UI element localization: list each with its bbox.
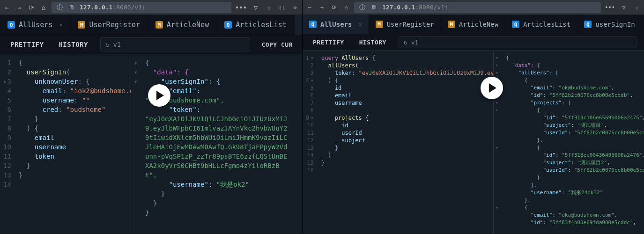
more-icon[interactable]: ••• (235, 4, 247, 11)
more-icon[interactable]: ••• (605, 4, 615, 11)
close-icon[interactable]: ✕ (59, 22, 62, 28)
endpoint-input[interactable]: ↻v1 (399, 36, 637, 48)
tab-articlenew[interactable]: MArticleNew (441, 15, 505, 34)
url-bar[interactable]: ⓘ 🗎 127.0.0.1:8080/v1i (354, 2, 601, 13)
pocket-icon[interactable]: ▽ (620, 3, 628, 12)
page-icon: 🗎 (67, 3, 76, 12)
graphql-toolbar: PRETTIFY HISTORY ↻v1 COPY CUR (0, 35, 302, 54)
bookmark-icon[interactable]: ☆ (633, 3, 641, 12)
tab-articleslist[interactable]: QArticlesList (217, 15, 294, 35)
line-gutter: 1▾234▾56789▾10111213141516 (303, 51, 317, 234)
graphql-tabs: QAllUsers✕ MUserRegister MArticleNew QAr… (303, 15, 644, 34)
reload-icon: ↻ (404, 39, 407, 46)
url-host: 127.0.0.1 (382, 4, 415, 11)
query-code[interactable]: { userSignIn( unknownUser: { email: "iok… (14, 54, 131, 234)
tab-userchangepassword[interactable]: MuserChangePassword (642, 15, 644, 34)
endpoint-input[interactable]: ↻v1 (100, 37, 250, 51)
execute-button[interactable] (148, 84, 170, 107)
forward-icon[interactable]: → (15, 3, 23, 12)
result-panel: ▾▾▾▾ ▾▾ ▾ ▾ { "data": { "allUsers": [ { … (494, 51, 644, 234)
tab-usersignin[interactable]: QuserSignIn (577, 15, 642, 34)
url-path: :8080/v1i (415, 4, 448, 11)
query-code[interactable]: query AllUsers { allUsers( token: "eyJ0e… (317, 51, 493, 234)
info-icon[interactable]: ⓘ (55, 3, 64, 12)
library-icon[interactable]: ⫿⫿ (278, 3, 286, 12)
url-path: :8080/v1i (112, 4, 145, 11)
tab-allusers[interactable]: QAllUsers✕ (0, 15, 70, 35)
tab-articlenew[interactable]: MArticleNew (148, 15, 217, 35)
home-icon[interactable]: ⌂ (342, 3, 350, 12)
close-icon[interactable]: ✕ (358, 21, 362, 28)
graphql-toolbar: PRETTIFY HISTORY ↻v1 (303, 34, 644, 51)
prettify-button[interactable]: PRETTIFY (4, 38, 50, 51)
result-gutter: ▾▾▾ (131, 54, 141, 234)
tab-allusers[interactable]: QAllUsers✕ (303, 15, 369, 34)
query-editor[interactable]: 12▸34567891011121314 { userSignIn( unkno… (0, 54, 131, 234)
bookmark-icon[interactable]: ☆ (265, 3, 273, 12)
back-icon[interactable]: ← (305, 3, 314, 12)
query-editor[interactable]: 1▾234▾56789▾10111213141516 query AllUser… (303, 51, 494, 234)
overflow-icon[interactable]: » (291, 3, 299, 12)
execute-button[interactable] (481, 77, 503, 99)
reload-icon[interactable]: ⟳ (330, 3, 338, 12)
url-host: 127.0.0.1 (80, 4, 112, 11)
reload-icon: ↻ (105, 41, 109, 48)
result-code: { "data": { "userSignIn": { "email": "io… (141, 54, 295, 234)
page-icon: 🗎 (370, 3, 378, 12)
tab-userregister[interactable]: MUserRegister (369, 15, 441, 34)
tab-usersignin[interactable]: QuserSignIn (295, 15, 302, 35)
home-icon[interactable]: ⌂ (39, 3, 48, 12)
reload-icon[interactable]: ⟳ (27, 3, 36, 12)
forward-icon[interactable]: → (318, 3, 326, 12)
tab-articleslist[interactable]: QArticlesList (505, 15, 577, 34)
line-gutter: 12▸34567891011121314 (0, 54, 14, 234)
result-panel: ▾▾▾ { "data": { "userSignIn": { "email":… (131, 54, 302, 234)
browser-chrome: ← → ⟳ ⌂ ⓘ 🗎 127.0.0.1:8080/v1i ••• ▽ ☆ ⫿… (0, 0, 302, 15)
prettify-button[interactable]: PRETTIFY (306, 36, 351, 49)
browser-chrome: ← → ⟳ ⌂ ⓘ 🗎 127.0.0.1:8080/v1i ••• ▽ ☆ (303, 0, 644, 15)
pocket-icon[interactable]: ▽ (252, 3, 260, 12)
history-button[interactable]: HISTORY (353, 36, 393, 49)
url-bar[interactable]: ⓘ 🗎 127.0.0.1:8080/v1i (52, 2, 231, 13)
graphql-tabs: QAllUsers✕ MUserRegister MArticleNew QAr… (0, 15, 302, 35)
tab-userregister[interactable]: MUserRegister (70, 15, 148, 35)
result-code: { "data": { "allUsers": [ { "email": "ok… (501, 51, 644, 234)
info-icon[interactable]: ⓘ (358, 3, 366, 12)
history-button[interactable]: HISTORY (52, 38, 95, 51)
copy-curl-button[interactable]: COPY CUR (256, 41, 298, 48)
back-icon[interactable]: ← (3, 3, 11, 12)
